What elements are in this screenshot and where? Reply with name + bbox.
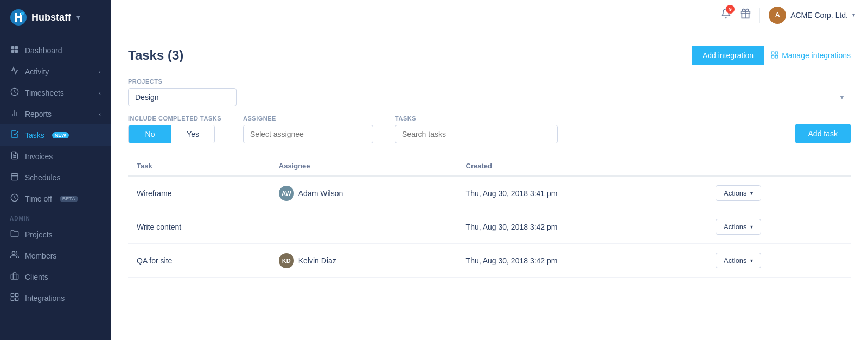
created-cell: Thu, Aug 30, 2018 3:42 pm xyxy=(457,244,707,278)
add-integration-button[interactable]: Add integration xyxy=(692,46,764,65)
invoices-icon xyxy=(10,151,20,161)
assignee-filter-label: Assignee xyxy=(243,115,373,122)
user-menu[interactable]: A ACME Corp. Ltd. ▾ xyxy=(769,7,855,24)
projects-filter-group: PROJECTS Design ▼ xyxy=(128,78,851,106)
toggle-yes-button[interactable]: Yes xyxy=(171,125,214,143)
assignee-input[interactable] xyxy=(243,125,373,143)
tasks-table: Task Assignee Created WireframeAWAdam Wi… xyxy=(128,156,851,278)
gift-button[interactable] xyxy=(740,8,751,22)
toggle-no-button[interactable]: No xyxy=(129,125,171,143)
activity-arrow: ‹ xyxy=(99,68,101,75)
sidebar-item-timeoff[interactable]: Time off BETA xyxy=(0,188,111,209)
sidebar-item-timesheets[interactable]: Timesheets ‹ xyxy=(0,82,111,103)
tasks-search-input[interactable] xyxy=(395,125,558,143)
logo-chevron: ▾ xyxy=(76,14,80,21)
svg-rect-19 xyxy=(11,293,14,296)
projects-filter-label: PROJECTS xyxy=(128,78,851,85)
members-icon xyxy=(10,250,20,261)
table-row: WireframeAWAdam WilsonThu, Aug 30, 2018 … xyxy=(128,176,851,210)
sidebar-item-tasks[interactable]: Tasks NEW xyxy=(0,124,111,146)
col-header-task: Task xyxy=(128,156,270,176)
svg-rect-20 xyxy=(15,293,18,296)
actions-cell: Actions ▾ xyxy=(707,210,851,244)
sidebar-item-integrations[interactable]: Integrations xyxy=(0,287,111,308)
user-avatar: A xyxy=(769,7,786,24)
header-actions: Add integration Manage integrations xyxy=(692,46,851,65)
timeoff-icon xyxy=(10,193,20,204)
main-content: 9 A ACME Corp. Ltd. ▾ Tasks (3) Add inte… xyxy=(111,0,868,340)
logo[interactable]: Hubstaff ▾ xyxy=(0,0,111,35)
projects-label: Projects xyxy=(25,230,53,239)
svg-rect-27 xyxy=(771,55,774,58)
user-chevron: ▾ xyxy=(852,12,855,18)
svg-rect-2 xyxy=(11,46,14,49)
tasks-search-label: Tasks xyxy=(395,115,558,122)
tasks-new-badge: NEW xyxy=(52,132,69,138)
sidebar-item-clients[interactable]: Clients xyxy=(0,266,111,287)
include-completed-group: Include completed tasks No Yes xyxy=(128,115,221,143)
reports-icon xyxy=(10,109,20,119)
col-header-created: Created xyxy=(457,156,707,176)
timeoff-label: Time off xyxy=(25,194,52,203)
reports-arrow: ‹ xyxy=(99,111,101,117)
content-area: Tasks (3) Add integration Manage integra… xyxy=(111,30,868,340)
assignee-cell: KDKelvin Diaz xyxy=(270,244,457,278)
svg-point-17 xyxy=(12,251,15,254)
actions-button[interactable]: Actions ▾ xyxy=(716,219,761,235)
sidebar-item-projects[interactable]: Projects xyxy=(0,224,111,245)
sidebar-item-reports[interactable]: Reports ‹ xyxy=(0,103,111,124)
schedules-icon xyxy=(10,172,20,182)
assignee-name: Adam Wilson xyxy=(298,189,343,198)
hubstaff-logo-icon xyxy=(10,9,27,26)
sidebar: Hubstaff ▾ Dashboard Activity ‹ Timeshee… xyxy=(0,0,111,340)
notifications-button[interactable]: 9 xyxy=(720,8,731,22)
timesheets-label: Timesheets xyxy=(25,89,64,97)
invoices-label: Invoices xyxy=(25,152,53,161)
sidebar-item-schedules[interactable]: Schedules xyxy=(0,167,111,188)
col-header-assignee: Assignee xyxy=(270,156,457,176)
page-header: Tasks (3) Add integration Manage integra… xyxy=(128,46,851,65)
topbar-divider xyxy=(760,8,760,23)
svg-rect-3 xyxy=(15,46,18,49)
svg-rect-12 xyxy=(11,174,18,180)
table-row: QA for siteKDKelvin DiazThu, Aug 30, 201… xyxy=(128,244,851,278)
dashboard-icon xyxy=(10,45,20,55)
reports-label: Reports xyxy=(25,110,52,118)
task-name-cell: Write content xyxy=(128,210,270,244)
svg-rect-26 xyxy=(775,52,778,54)
manage-integrations-label: Manage integrations xyxy=(782,51,851,60)
assignee-name: Kelvin Diaz xyxy=(298,256,336,265)
actions-button[interactable]: Actions ▾ xyxy=(716,253,761,268)
sidebar-item-activity[interactable]: Activity ‹ xyxy=(0,61,111,82)
svg-rect-21 xyxy=(11,298,14,300)
notification-count: 9 xyxy=(726,5,735,14)
clients-label: Clients xyxy=(25,273,48,281)
integrations-label: Integrations xyxy=(25,294,65,303)
dashboard-label: Dashboard xyxy=(25,46,62,55)
filters-main-row: Include completed tasks No Yes Assignee … xyxy=(128,115,851,143)
activity-label: Activity xyxy=(25,67,49,76)
timesheets-arrow: ‹ xyxy=(99,90,101,96)
tasks-tbody: WireframeAWAdam WilsonThu, Aug 30, 2018 … xyxy=(128,176,851,278)
assignee-filter-group: Assignee xyxy=(243,115,373,143)
projects-filter-row: PROJECTS Design ▼ xyxy=(128,78,851,106)
sidebar-nav: Dashboard Activity ‹ Timesheets ‹ Report… xyxy=(0,35,111,340)
assignee-cell: AWAdam Wilson xyxy=(270,176,457,210)
created-cell: Thu, Aug 30, 2018 3:42 pm xyxy=(457,210,707,244)
manage-integrations-button[interactable]: Manage integrations xyxy=(771,51,851,60)
projects-icon xyxy=(10,229,20,240)
actions-button[interactable]: Actions ▾ xyxy=(716,185,761,201)
add-task-button[interactable]: Add task xyxy=(795,124,851,143)
tasks-icon xyxy=(10,130,20,140)
projects-select-arrow: ▼ xyxy=(839,93,845,101)
col-header-actions xyxy=(707,156,851,176)
projects-select[interactable]: Design xyxy=(128,88,237,106)
svg-point-1 xyxy=(21,12,24,15)
actions-cell: Actions ▾ xyxy=(707,176,851,210)
members-label: Members xyxy=(25,251,56,260)
sidebar-item-invoices[interactable]: Invoices xyxy=(0,146,111,167)
actions-cell: Actions ▾ xyxy=(707,244,851,278)
sidebar-item-dashboard[interactable]: Dashboard xyxy=(0,40,111,61)
tasks-search-group: Tasks xyxy=(395,115,558,143)
sidebar-item-members[interactable]: Members xyxy=(0,245,111,266)
